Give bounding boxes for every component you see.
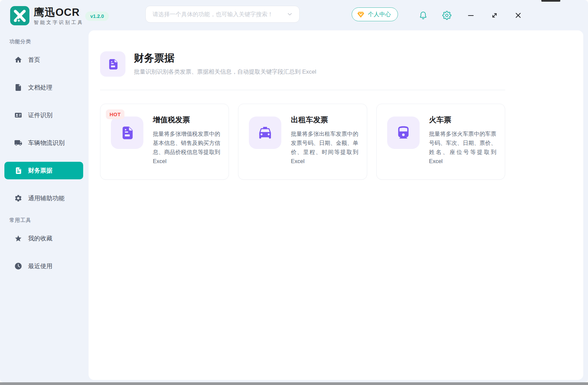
function-search-select[interactable]: 请选择一个具体的功能，也可输入关键字搜索！: [145, 6, 300, 23]
sidebar-item-label: 车辆物流识别: [28, 139, 65, 147]
home-icon: [14, 56, 22, 64]
sidebar-item-label: 财务票据: [28, 166, 52, 175]
sidebar: 功能分类首页文档处理证件识别车辆物流识别财务票据通用辅助功能常用工具我的收藏最近…: [0, 30, 89, 380]
user-center-button[interactable]: 个人中心: [352, 7, 398, 21]
close-button[interactable]: [512, 9, 524, 21]
user-center-label: 个人中心: [368, 10, 391, 18]
sidebar-item-label: 通用辅助功能: [28, 194, 65, 202]
document-icon: [14, 83, 22, 92]
taskbar-strip: [0, 382, 588, 385]
minimize-icon: [467, 11, 475, 20]
gear-icon: [14, 194, 22, 202]
receipt-icon: [111, 117, 143, 149]
page-title: 财务票据: [134, 51, 316, 64]
settings-button[interactable]: [441, 9, 452, 21]
hot-badge: HOT: [106, 109, 124, 119]
receipt-icon: [14, 166, 22, 175]
app-title: 鹰迅OCR: [34, 7, 84, 18]
app-window: 鹰迅OCR 智能文字识别工具 v1.2.0 请选择一个具体的功能，也可输入关键字…: [0, 0, 588, 382]
card-body: 火车票批量将多张火车票中的车票号码、车次、日期、票价、姓名、座位号等提取到Exc…: [429, 104, 505, 166]
clock-icon: [14, 262, 22, 270]
version-badge: v1.2.0: [85, 11, 109, 21]
sidebar-section-heading: 常用工具: [9, 217, 89, 224]
gear-icon: [442, 11, 451, 20]
sidebar-item-label: 首页: [28, 56, 40, 64]
page-header: 财务票据 批量识别识别各类发票、票据相关信息，自动提取关键字段汇总到 Excel: [100, 51, 505, 77]
sidebar-section-heading: 功能分类: [9, 38, 89, 45]
card-description: 批量将多张增值税发票中的基本信息、销售及购买方信息、商品价税信息等提取到Exce…: [153, 129, 220, 166]
sidebar-item-id-card[interactable]: 证件识别: [4, 106, 83, 124]
train-icon: [387, 117, 420, 149]
card-title: 增值税发票: [153, 115, 220, 125]
id-card-icon: [14, 111, 22, 119]
feature-card-taxi[interactable]: 出租车发票批量将多张出租车发票中的发票号码、日期、金额、单价、里程、时间等提取到…: [238, 104, 367, 180]
header-divider: [100, 90, 505, 90]
topbar: 鹰迅OCR 智能文字识别工具 v1.2.0 请选择一个具体的功能，也可输入关键字…: [0, 0, 588, 30]
card-body: 增值税发票批量将多张增值税发票中的基本信息、销售及购买方信息、商品价税信息等提取…: [153, 104, 229, 166]
sidebar-item-label: 文档处理: [28, 83, 52, 92]
sidebar-item-document[interactable]: 文档处理: [4, 79, 83, 96]
app-logo-text: 鹰迅OCR 智能文字识别工具: [34, 7, 84, 26]
sidebar-item-clock[interactable]: 最近使用: [4, 257, 83, 275]
taxi-icon: [249, 117, 281, 149]
star-icon: [14, 234, 22, 242]
notifications-button[interactable]: [417, 9, 429, 21]
page-description: 批量识别识别各类发票、票据相关信息，自动提取关键字段汇总到 Excel: [134, 68, 316, 76]
sidebar-item-star[interactable]: 我的收藏: [4, 230, 83, 247]
sidebar-item-gear[interactable]: 通用辅助功能: [4, 189, 83, 207]
desktop-background: 鹰迅OCR 智能文字识别工具 v1.2.0 请选择一个具体的功能，也可输入关键字…: [0, 0, 588, 385]
main-panel: 财务票据 批量识别识别各类发票、票据相关信息，自动提取关键字段汇总到 Excel…: [89, 30, 583, 380]
truck-icon: [14, 139, 22, 147]
bell-icon: [419, 11, 428, 20]
vip-diamond-icon: [357, 10, 365, 19]
sidebar-item-receipt[interactable]: 财务票据: [4, 162, 83, 179]
chevron-down-icon: [286, 11, 293, 18]
sidebar-item-label: 证件识别: [28, 111, 52, 119]
minimize-button[interactable]: [465, 9, 476, 21]
sidebar-item-truck[interactable]: 车辆物流识别: [4, 134, 83, 152]
search-placeholder: 请选择一个具体的功能，也可输入关键字搜索！: [152, 10, 286, 18]
card-description: 批量将多张火车票中的车票号码、车次、日期、票价、姓名、座位号等提取到Excel: [429, 129, 496, 166]
maximize-button[interactable]: [489, 9, 500, 21]
sidebar-item-label: 最近使用: [28, 262, 52, 270]
card-description: 批量将多张出租车发票中的发票号码、日期、金额、单价、里程、时间等提取到Excel: [291, 129, 358, 166]
category-receipt-icon: [100, 51, 125, 77]
feature-cards: HOT增值税发票批量将多张增值税发票中的基本信息、销售及购买方信息、商品价税信息…: [100, 104, 505, 180]
feature-card-train[interactable]: 火车票批量将多张火车票中的车票号码、车次、日期、票价、姓名、座位号等提取到Exc…: [376, 104, 505, 180]
sidebar-item-home[interactable]: 首页: [4, 51, 83, 69]
app-subtitle: 智能文字识别工具: [34, 20, 84, 26]
sidebar-item-label: 我的收藏: [28, 234, 52, 242]
app-logo-icon: [10, 6, 29, 25]
background-window-artifact: [541, 0, 560, 2]
card-title: 出租车发票: [291, 115, 358, 125]
card-title: 火车票: [429, 115, 496, 125]
maximize-icon: [490, 11, 499, 20]
close-icon: [514, 11, 522, 20]
feature-card-receipt[interactable]: HOT增值税发票批量将多张增值税发票中的基本信息、销售及购买方信息、商品价税信息…: [100, 104, 229, 180]
card-body: 出租车发票批量将多张出租车发票中的发票号码、日期、金额、单价、里程、时间等提取到…: [291, 104, 367, 166]
